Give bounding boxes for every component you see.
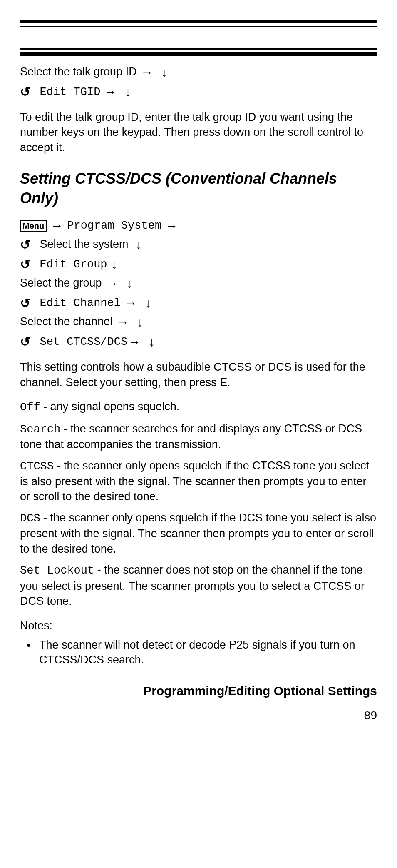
option-dcs: DCS - the scanner only opens squelch if …: [20, 510, 377, 556]
step-select-system: ↺ Select the system ↓: [20, 237, 377, 254]
page-number: 89: [20, 708, 377, 723]
arrow-down-icon: ↓: [145, 295, 151, 312]
step-edit-channel: ↺ Edit Channel → ↓: [20, 295, 377, 312]
rule-mid-thin: [20, 48, 377, 50]
step-text: Select the system: [40, 238, 129, 251]
text: .: [227, 376, 231, 389]
rotate-icon: ↺: [20, 295, 30, 312]
step-text: Select the talk group ID: [20, 65, 137, 78]
paragraph-control-desc: This setting controls how a subaudible C…: [20, 359, 377, 390]
rule-top-thin: [20, 26, 377, 27]
arrow-right-icon: →: [124, 295, 137, 312]
arrow-down-icon: ↓: [111, 256, 117, 273]
option-label: Search: [20, 423, 60, 436]
step-text: Select the channel: [20, 316, 112, 328]
step-select-tgid: Select the talk group ID → ↓: [20, 64, 377, 81]
arrow-down-icon: ↓: [149, 334, 155, 351]
step-edit-group: ↺ Edit Group ↓: [20, 256, 377, 273]
option-label: CTCSS: [20, 460, 54, 473]
option-text: - the scanner only opens squelch if the …: [20, 511, 376, 555]
section-heading: Setting CTCSS/DCS (Conventional Channels…: [20, 169, 377, 208]
option-text: - the scanner only opens squelch if the …: [20, 459, 369, 503]
menu-item: Program System: [67, 219, 161, 232]
arrow-down-icon: ↓: [136, 237, 142, 254]
arrow-down-icon: ↓: [126, 275, 132, 292]
rule-top-thick: [20, 20, 377, 23]
option-off: Off - any signal opens squelch.: [20, 399, 377, 415]
arrow-right-icon: →: [166, 217, 178, 234]
paragraph-edit-tgid: To edit the talk group ID, enter the tal…: [20, 110, 377, 155]
arrow-right-icon: →: [51, 217, 63, 234]
arrow-right-icon: →: [141, 64, 153, 81]
rotate-icon: ↺: [20, 334, 30, 351]
arrow-down-icon: ↓: [125, 84, 131, 101]
step-menu-program-system: Menu → Program System →: [20, 217, 377, 234]
step-text: Select the group: [20, 277, 102, 289]
arrow-right-icon: →: [106, 275, 118, 292]
arrow-right-icon: →: [117, 314, 129, 331]
option-label: Set Lockout: [20, 564, 94, 577]
option-ctcss: CTCSS - the scanner only opens squelch i…: [20, 458, 377, 504]
key-e: E: [220, 376, 227, 389]
notes-label: Notes:: [20, 618, 377, 633]
menu-chip: Menu: [20, 220, 47, 232]
step-set-ctcss: ↺ Set CTCSS/DCS→ ↓: [20, 334, 377, 351]
option-label: Off: [20, 401, 40, 414]
text: This setting controls how a subaudible C…: [20, 361, 365, 388]
footer-section-title: Programming/Editing Optional Settings: [20, 683, 377, 700]
option-label: DCS: [20, 512, 40, 525]
arrow-right-icon: →: [128, 334, 141, 351]
menu-item: Edit Channel: [40, 297, 121, 309]
rotate-icon: ↺: [20, 237, 30, 254]
arrow-right-icon: →: [104, 84, 117, 101]
list-item: The scanner will not detect or decode P2…: [37, 637, 377, 668]
step-edit-tgid: ↺ Edit TGID → ↓: [20, 84, 377, 101]
menu-item: Edit Group: [40, 258, 107, 271]
step-select-group: Select the group → ↓: [20, 275, 377, 292]
step-select-channel: Select the channel → ↓: [20, 314, 377, 331]
option-search: Search - the scanner searches for and di…: [20, 421, 377, 452]
rotate-icon: ↺: [20, 256, 30, 273]
rotate-icon: ↺: [20, 84, 30, 101]
arrow-down-icon: ↓: [161, 64, 167, 81]
option-set-lockout: Set Lockout - the scanner does not stop …: [20, 562, 377, 609]
notes-list: The scanner will not detect or decode P2…: [20, 637, 377, 668]
menu-item: Edit TGID: [40, 86, 101, 98]
option-text: - any signal opens squelch.: [40, 400, 180, 413]
arrow-down-icon: ↓: [137, 314, 143, 331]
rule-mid-thick: [20, 52, 377, 56]
option-text: - the scanner searches for and displays …: [20, 422, 362, 451]
menu-item: Set CTCSS/DCS: [40, 336, 128, 348]
